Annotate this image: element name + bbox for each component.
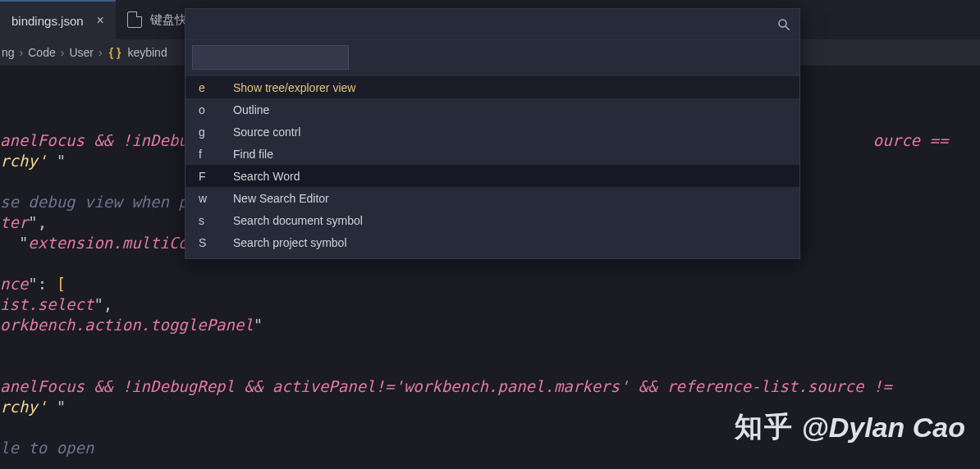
palette-item-label: Search project symbol (233, 236, 347, 249)
code-text: ter (0, 213, 28, 231)
code-text: rchy' (0, 398, 57, 416)
code-text: anelFocus && !inDebug (0, 131, 197, 149)
chevron-right-icon: › (61, 46, 65, 59)
palette-item-label: Find file (233, 148, 273, 161)
palette-item[interactable]: sSearch document symbol (185, 209, 799, 231)
palette-item-label: Outline (233, 103, 269, 116)
code-text: se debug view when p (0, 193, 188, 211)
code-text: rchy' (0, 152, 57, 170)
breadcrumb-segment[interactable]: ng (2, 46, 15, 59)
search-icon (776, 17, 791, 32)
palette-item[interactable]: eShow tree/explorer view (185, 76, 799, 98)
palette-item-label: Show tree/explorer view (233, 81, 355, 94)
search-input[interactable] (194, 17, 776, 31)
code-text: ist.select (0, 295, 94, 313)
palette-item-key: s (199, 214, 210, 227)
breadcrumb-segment[interactable]: Code (28, 46, 55, 59)
palette-item[interactable]: wNew Search Editor (185, 187, 799, 209)
svg-point-0 (779, 20, 786, 27)
palette-item-label: Search Word (233, 170, 300, 183)
palette-item-key: F (199, 170, 210, 183)
palette-item[interactable]: oOutline (185, 98, 799, 121)
close-icon[interactable]: × (97, 13, 104, 28)
code-text: extension.multiComm (28, 234, 206, 252)
palette-item-key: o (199, 103, 210, 116)
palette-item-key: w (199, 192, 210, 205)
breadcrumb-segment[interactable]: User (69, 46, 94, 59)
code-text: nce (0, 275, 28, 293)
command-palette: eShow tree/explorer viewoOutlinegSource … (185, 8, 800, 259)
palette-filter-input[interactable] (192, 45, 349, 70)
palette-item-key: f (199, 148, 210, 161)
zhihu-logo: 知乎 (735, 408, 794, 446)
watermark-handle: @Dylan Cao (802, 412, 965, 444)
palette-item-label: Source contrl (233, 125, 300, 139)
palette-item-label: New Search Editor (233, 192, 329, 205)
watermark: 知乎 @Dylan Cao (735, 408, 965, 446)
tab-label: bindings.json (11, 14, 84, 28)
chevron-right-icon: › (98, 46, 103, 59)
svg-line-1 (785, 26, 790, 30)
chevron-right-icon: › (20, 46, 24, 59)
palette-item[interactable]: SSearch project symbol (185, 231, 799, 253)
palette-item-key: g (199, 125, 210, 139)
code-text: ource == (873, 131, 949, 149)
palette-item[interactable]: gSource contrl (185, 121, 799, 143)
palette-item-key: e (199, 81, 210, 94)
file-icon (127, 11, 142, 28)
code-text: le to open (0, 439, 94, 457)
palette-list: eShow tree/explorer viewoOutlinegSource … (185, 76, 799, 258)
palette-item-label: Search document symbol (233, 214, 363, 227)
tab-bindings-json[interactable]: bindings.json × (0, 0, 116, 39)
breadcrumb-file[interactable]: keybind (127, 46, 167, 59)
palette-item-key: S (199, 236, 210, 249)
code-text: orkbench.action.togglePanel (0, 316, 254, 334)
palette-item[interactable]: FSearch Word (185, 165, 799, 187)
json-icon: { } (108, 46, 123, 59)
code-text: anelFocus && !inDebugRepl && activePanel… (0, 377, 892, 395)
palette-item[interactable]: fFind file (185, 143, 799, 165)
palette-search-row (185, 9, 799, 40)
